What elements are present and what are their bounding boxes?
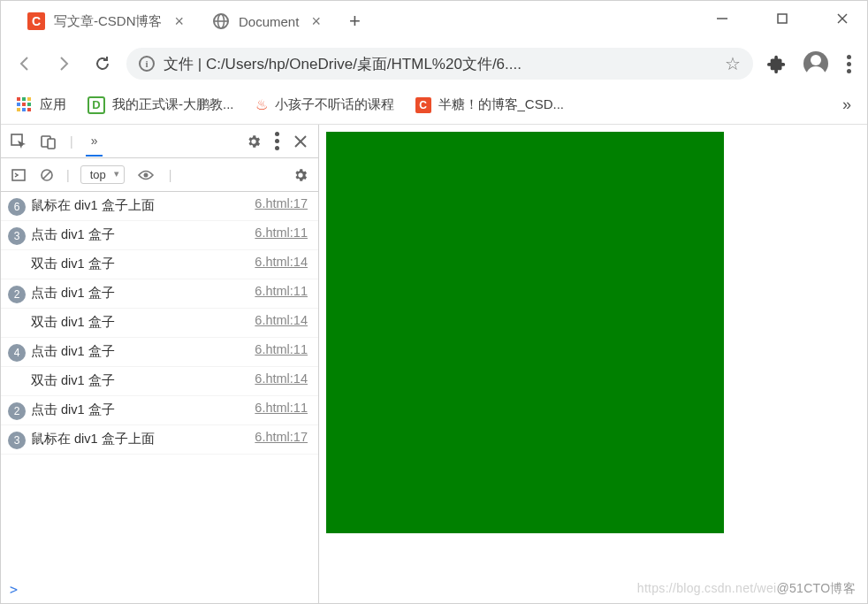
reload-button[interactable] [88,49,118,79]
svg-line-14 [43,172,50,179]
address-bar: i 文件 | C:/Users/hp/OneDrive/桌面/HTML%20文件… [1,42,867,86]
url-field[interactable]: i 文件 | C:/Users/hp/OneDrive/桌面/HTML%20文件… [126,48,753,80]
clear-console-icon[interactable] [38,166,56,184]
console-log-row[interactable]: 3鼠标在 div1 盒子上面6.html:17 [1,425,318,455]
log-source-link[interactable]: 6.html:11 [255,284,308,298]
console-toolbar: | top | [1,158,318,192]
csdn-favicon-icon: C [27,12,45,30]
tab-csdn[interactable]: C 写文章-CSDN博客 × [15,4,200,38]
content-area: | » | [1,125,867,603]
log-count-badge: 3 [8,432,26,449]
inspect-element-icon[interactable] [10,133,27,150]
window-controls [703,1,862,36]
log-source-link[interactable]: 6.html:17 [255,430,308,444]
console-log-row[interactable]: 0双击 div1 盒子6.html:14 [1,250,318,279]
watermark: https://blog.csdn.net/wei@51CTO博客 [637,581,856,597]
maximize-button[interactable] [763,4,802,33]
close-icon[interactable]: × [171,12,188,31]
log-message: 双击 div1 盒子 [31,255,242,272]
tab-title: Document [239,14,299,29]
bookmark-overflow-button[interactable]: » [842,96,851,114]
gear-icon[interactable] [245,133,263,150]
log-source-link[interactable]: 6.html:17 [255,196,308,210]
devtools-menu-icon[interactable] [275,132,279,150]
bookmark-item[interactable]: C 半糖！的博客_CSD... [415,96,565,113]
forward-button[interactable] [49,49,79,79]
back-button[interactable] [10,49,40,79]
dapeng-icon: D [88,96,105,114]
devtools-close-icon[interactable] [292,133,309,150]
log-message: 双击 div1 盒子 [31,371,242,389]
log-message: 点击 div1 盒子 [31,284,242,302]
console-settings-icon[interactable] [292,166,309,184]
console-log-row[interactable]: 2点击 div1 盒子6.html:11 [1,396,318,425]
bookmark-label: 应用 [40,96,66,113]
log-source-link[interactable]: 6.html:14 [255,255,308,269]
console-log-row[interactable]: 4点击 div1 盒子6.html:11 [1,338,318,367]
extensions-button[interactable] [762,49,792,79]
log-count-badge: 4 [8,344,26,362]
bookmark-star-icon[interactable]: ☆ [725,53,741,74]
log-source-link[interactable]: 6.html:11 [255,342,308,356]
console-log-row[interactable]: 2点击 div1 盒子6.html:11 [1,279,318,309]
bookmarks-bar: 应用 D 我的正式课-大鹏教... ♨ 小孩子不听话的课程 C 半糖！的博客_C… [1,86,867,125]
console-log-row[interactable]: 0双击 div1 盒子6.html:14 [1,309,318,338]
site-info-icon[interactable]: i [139,56,155,72]
context-selector[interactable]: top [80,165,125,184]
url-text: 文件 | C:/Users/hp/OneDrive/桌面/HTML%20文件/6… [164,54,716,74]
tab-title: 写文章-CSDN博客 [54,13,163,30]
live-expression-icon[interactable] [137,166,155,184]
log-message: 鼠标在 div1 盒子上面 [31,196,242,214]
profile-button[interactable] [801,49,831,79]
devtools-tabs-more[interactable]: » [86,126,103,157]
new-tab-button[interactable]: + [337,10,373,33]
log-count-badge: 6 [8,198,26,216]
log-count-badge: 2 [8,402,26,420]
bookmark-item[interactable]: ♨ 小孩子不听话的课程 [255,96,394,113]
devtools-panel: | » | [1,125,319,603]
log-source-link[interactable]: 6.html:14 [255,313,308,327]
devtools-top-toolbar: | » [1,125,318,158]
svg-point-15 [143,172,148,177]
console-sidebar-icon[interactable] [10,166,27,184]
log-source-link[interactable]: 6.html:11 [255,401,308,415]
tab-strip: C 写文章-CSDN博客 × Document × + [1,1,867,42]
console-log-row[interactable]: 0双击 div1 盒子6.html:14 [1,367,318,396]
bookmark-label: 半糖！的博客_CSD... [438,96,565,113]
svg-rect-4 [778,14,787,23]
log-source-link[interactable]: 6.html:11 [255,226,308,240]
bookmark-label: 我的正式课-大鹏教... [112,96,234,113]
log-message: 鼠标在 div1 盒子上面 [31,430,242,447]
div1-box[interactable] [326,132,724,533]
console-prompt[interactable]: > [1,577,318,603]
svg-rect-9 [48,139,55,149]
log-count-badge: 3 [8,227,26,245]
bookmark-label: 小孩子不听话的课程 [275,96,394,113]
browser-window: C 写文章-CSDN博客 × Document × + i [0,0,868,604]
log-count-badge: 2 [8,286,26,303]
menu-button[interactable] [840,55,858,73]
bookmark-apps[interactable]: 应用 [17,96,66,113]
minimize-button[interactable] [703,4,742,33]
log-message: 点击 div1 盒子 [31,226,242,243]
bookmark-item[interactable]: D 我的正式课-大鹏教... [88,96,234,114]
csdn-icon: C [415,97,431,113]
console-log-list[interactable]: 6鼠标在 div1 盒子上面6.html:173点击 div1 盒子6.html… [1,192,318,577]
log-message: 点击 div1 盒子 [31,342,242,360]
apps-icon [17,97,33,113]
close-window-button[interactable] [823,4,862,33]
page-viewport [319,125,867,603]
close-icon[interactable]: × [308,12,324,31]
avatar-icon [803,51,828,76]
console-log-row[interactable]: 3点击 div1 盒子6.html:11 [1,221,318,250]
log-source-link[interactable]: 6.html:14 [255,371,308,386]
globe-favicon-icon [212,12,230,30]
tab-document[interactable]: Document × [200,4,337,38]
log-message: 双击 div1 盒子 [31,313,242,331]
console-log-row[interactable]: 6鼠标在 div1 盒子上面6.html:17 [1,192,318,221]
device-toggle-icon[interactable] [40,133,57,150]
log-message: 点击 div1 盒子 [31,401,242,418]
flame-icon: ♨ [255,96,268,113]
